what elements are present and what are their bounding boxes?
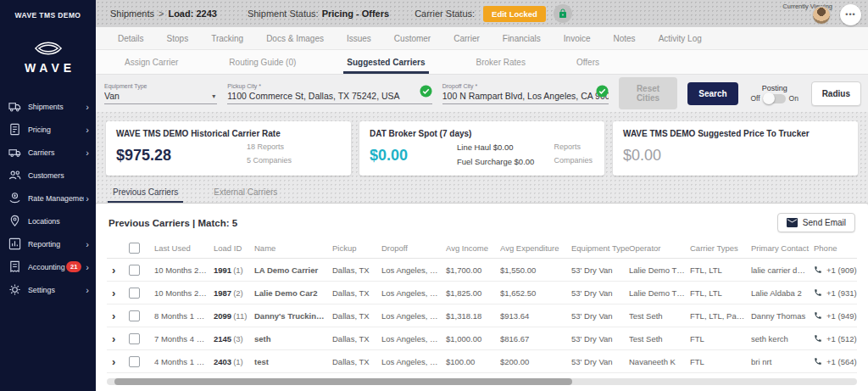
- carrier-name-link[interactable]: test: [254, 357, 332, 366]
- secondary-tabs: Assign Carrier Routing Guide (0) Suggest…: [96, 50, 868, 75]
- row-checkbox[interactable]: [129, 265, 140, 276]
- sidebar-item-carriers[interactable]: Carriers ›: [0, 141, 96, 164]
- posting-toggle[interactable]: [764, 94, 786, 103]
- tab-customer[interactable]: Customer: [394, 34, 431, 43]
- tab-suggested-carriers[interactable]: Suggested Carriers: [343, 52, 428, 74]
- envelope-icon: [787, 218, 798, 227]
- row-expand-icon[interactable]: ›: [107, 310, 129, 321]
- table-row: › 10 Months 2 Days 1991(1) LA Demo Carri…: [107, 259, 857, 282]
- dat-broker-card: DAT Broker Spot (7 days) $0.00 Line Haul…: [359, 121, 604, 176]
- breadcrumb-separator: >: [159, 8, 164, 19]
- posting-off-label: Off: [750, 94, 760, 103]
- panel-title: Previous Carriers | Match: 5: [108, 218, 237, 228]
- row-checkbox[interactable]: [129, 333, 140, 344]
- tab-assign-carrier[interactable]: Assign Carrier: [121, 52, 181, 74]
- rate-cards: WAVE TMS DEMO Historical Carrier Rate $9…: [96, 112, 868, 182]
- accounting-icon: [8, 260, 22, 274]
- phone-icon: [814, 265, 822, 274]
- filter-bar: Equipment Type Van ▾ Pickup City * 1100 …: [96, 75, 868, 112]
- search-button[interactable]: Search: [687, 82, 737, 105]
- chevron-right-icon: ›: [86, 148, 89, 158]
- send-email-button[interactable]: Send Email: [777, 213, 855, 232]
- edit-locked-badge[interactable]: Edit Locked: [483, 6, 546, 22]
- tab-issues[interactable]: Issues: [347, 34, 371, 43]
- select-all-checkbox[interactable]: [129, 243, 140, 254]
- tab-routing-guide[interactable]: Routing Guide (0): [225, 52, 299, 74]
- tab-details[interactable]: Details: [118, 34, 144, 43]
- carrier-tabs: Previous Carriers External Carriers: [96, 182, 868, 204]
- previous-carriers-panel: Previous Carriers | Match: 5 Send Email …: [96, 204, 868, 391]
- tab-previous-carriers[interactable]: Previous Carriers: [108, 187, 183, 203]
- carrier-name-link[interactable]: Lalie Demo Car2: [254, 288, 332, 298]
- carrier-name-link[interactable]: Danny's Trucking Inc: [254, 311, 332, 321]
- sidebar-item-locations[interactable]: Locations: [0, 209, 96, 232]
- reporting-icon: [8, 237, 22, 251]
- lock-button[interactable]: [554, 4, 572, 23]
- reset-cities-button[interactable]: Reset Cities: [619, 77, 678, 109]
- row-checkbox[interactable]: [129, 288, 140, 299]
- pickup-city-input[interactable]: Pickup City * 1100 Commerce St, Dallas, …: [227, 83, 431, 104]
- historical-reports: 18 Reports: [247, 140, 292, 154]
- tab-external-carriers[interactable]: External Carriers: [209, 187, 282, 203]
- chevron-right-icon: ›: [86, 262, 89, 272]
- scrollbar-thumb[interactable]: [114, 378, 572, 385]
- dat-fuel-surcharge: Fuel Surcharge $0.00: [457, 154, 534, 169]
- tab-activity-log[interactable]: Activity Log: [659, 34, 702, 43]
- chevron-right-icon: ›: [86, 125, 89, 135]
- sidebar-item-pricing[interactable]: Pricing ›: [0, 118, 96, 141]
- carrier-name-link[interactable]: seth: [254, 334, 332, 344]
- wave-logo-icon: [31, 38, 65, 59]
- sidebar-item-reporting[interactable]: Reporting ›: [0, 232, 96, 255]
- wave-logo: WAVE: [0, 38, 96, 75]
- tab-stops[interactable]: Stops: [167, 34, 189, 43]
- historical-companies: 5 Companies: [247, 154, 292, 167]
- dropoff-valid-check-icon: [596, 85, 609, 101]
- equipment-type-select[interactable]: Equipment Type Van ▾: [104, 83, 217, 104]
- tab-financials[interactable]: Financials: [503, 34, 541, 43]
- sidebar-item-shipments[interactable]: Shipments ›: [0, 95, 96, 118]
- tab-notes[interactable]: Notes: [614, 34, 636, 43]
- dropdown-arrow-icon: ▾: [212, 92, 215, 100]
- row-expand-icon[interactable]: ›: [107, 265, 129, 276]
- sidebar-item-settings[interactable]: Settings ›: [0, 278, 96, 301]
- dropoff-city-input[interactable]: Dropoff City * 100 N Rampart Blvd, Los A…: [442, 83, 609, 104]
- posting-control: Posting Off On: [748, 84, 801, 103]
- tab-tracking[interactable]: Tracking: [211, 34, 243, 43]
- lock-icon: [558, 8, 568, 19]
- more-options-button[interactable]: •••: [840, 4, 861, 25]
- avatar[interactable]: [812, 6, 831, 25]
- settings-icon: [8, 282, 22, 297]
- pricing-icon: [8, 122, 22, 137]
- tab-docs-images[interactable]: Docs & Images: [266, 34, 324, 43]
- brand-title: WAVE TMS DEMO: [0, 0, 96, 20]
- sidebar-item-accounting[interactable]: Accounting 21 ›: [0, 255, 96, 278]
- breadcrumb[interactable]: Shipments: [110, 8, 154, 19]
- sidebar-item-rate-management[interactable]: Rate Management ›: [0, 187, 96, 209]
- row-checkbox[interactable]: [129, 356, 140, 367]
- carrier-status-label: Carrier Status:: [415, 8, 475, 19]
- suggested-amount: $0.00: [623, 147, 848, 165]
- carrier-name-link[interactable]: LA Demo Carrier: [254, 265, 332, 275]
- row-expand-icon[interactable]: ›: [107, 333, 129, 344]
- sidebar-item-customers[interactable]: Customers: [0, 164, 96, 187]
- tab-invoice[interactable]: Invoice: [564, 34, 591, 43]
- pickup-valid-check-icon: [420, 85, 432, 101]
- table-row: › 7 Months 4 Weeks 2145(3) seth Dallas, …: [107, 327, 857, 350]
- chevron-right-icon: ›: [86, 285, 89, 295]
- customers-icon: [8, 168, 22, 182]
- row-checkbox[interactable]: [129, 310, 140, 321]
- row-expand-icon[interactable]: ›: [107, 288, 129, 299]
- shipment-status-value: Pricing - Offers: [322, 8, 389, 19]
- horizontal-scrollbar[interactable]: [107, 378, 857, 385]
- radius-button[interactable]: Radius: [811, 81, 861, 106]
- row-expand-icon[interactable]: ›: [107, 356, 129, 367]
- phone-icon: [814, 357, 822, 366]
- tab-carrier[interactable]: Carrier: [453, 34, 480, 43]
- table-row: › 4 Months 1 Day 2403(1) test Dallas, TX…: [107, 350, 857, 373]
- tab-broker-rates[interactable]: Broker Rates: [473, 52, 529, 74]
- main-area: Shipments > Load: 2243 Shipment Status: …: [96, 0, 868, 391]
- toggle-knob: [763, 92, 775, 104]
- chevron-right-icon: ›: [86, 239, 89, 249]
- tab-offers[interactable]: Offers: [573, 52, 603, 74]
- topbar: Shipments > Load: 2243 Shipment Status: …: [96, 0, 868, 27]
